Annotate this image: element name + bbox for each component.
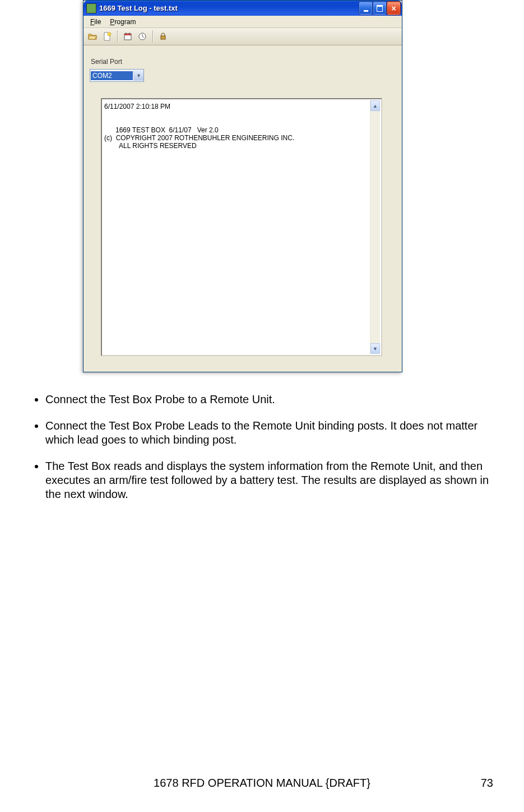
title-bar[interactable]: 1669 Test Log - test.txt × — [84, 1, 402, 16]
log-textarea[interactable]: 6/11/2007 2:10:18 PM 1669 TEST BOX 6/11/… — [101, 98, 382, 356]
scrollbar[interactable]: ▲ ▼ — [370, 100, 380, 354]
list-item: The Test Box reads and displays the syst… — [45, 459, 502, 501]
close-icon: × — [391, 4, 396, 12]
menu-file[interactable]: File — [86, 17, 105, 27]
chevron-down-icon: ▼ — [133, 70, 143, 81]
app-window: 1669 Test Log - test.txt × File Program — [83, 0, 402, 372]
footer-title: 1678 RFD OPERATION MANUAL {DRAFT} — [59, 777, 465, 790]
menu-program[interactable]: Program — [105, 17, 140, 27]
toolbar-new-button[interactable] — [100, 30, 114, 43]
log-line: 1669 TEST BOX 6/11/07 Ver 2.0 — [104, 126, 379, 134]
svg-rect-8 — [161, 36, 165, 39]
clock-icon — [138, 32, 147, 41]
log-line: ALL RIGHTS RESERVED — [104, 142, 379, 150]
client-area: Serial Port COM2 ▼ 6/11/2007 2:10:18 PM … — [85, 47, 400, 370]
scroll-down-button[interactable]: ▼ — [370, 343, 380, 354]
file-new-icon — [103, 32, 112, 41]
maximize-icon — [377, 5, 383, 12]
toolbar-clock-button[interactable] — [136, 30, 149, 43]
scroll-up-button[interactable]: ▲ — [370, 100, 380, 111]
toolbar-open-button[interactable] — [86, 30, 99, 43]
serial-port-select[interactable]: COM2 ▼ — [90, 69, 144, 82]
toolbar-calendar-button[interactable] — [121, 30, 135, 43]
toolbar-separator — [152, 30, 153, 43]
document-body: Connect the Test Box Probe to a Remote U… — [31, 393, 502, 514]
menu-bar: File Program — [84, 16, 402, 28]
page-footer: 1678 RFD OPERATION MANUAL {DRAFT} 73 — [0, 777, 524, 790]
minimize-button[interactable] — [359, 2, 372, 15]
maximize-button[interactable] — [373, 2, 386, 15]
list-item: Connect the Test Box Probe Leads to the … — [45, 419, 502, 447]
list-item: Connect the Test Box Probe to a Remote U… — [45, 393, 502, 407]
svg-rect-2 — [124, 34, 131, 35]
svg-point-0 — [108, 33, 111, 36]
log-line: (c) COPYRIGHT 2007 ROTHENBUHLER ENGINEER… — [104, 134, 379, 142]
close-button[interactable]: × — [387, 2, 400, 15]
lock-icon — [159, 32, 168, 41]
toolbar — [84, 28, 402, 45]
minimize-icon — [364, 8, 368, 12]
page-number: 73 — [465, 777, 493, 790]
bullet-list: Connect the Test Box Probe to a Remote U… — [31, 393, 502, 501]
calendar-icon — [123, 32, 132, 41]
folder-open-icon — [88, 32, 97, 41]
toolbar-separator — [117, 30, 118, 43]
app-icon — [86, 3, 96, 13]
toolbar-lock-button[interactable] — [156, 30, 170, 43]
serial-port-label: Serial Port — [91, 58, 122, 66]
window-title: 1669 Test Log - test.txt — [99, 4, 358, 12]
log-timestamp: 6/11/2007 2:10:18 PM — [104, 103, 379, 110]
serial-port-value: COM2 — [91, 71, 133, 80]
